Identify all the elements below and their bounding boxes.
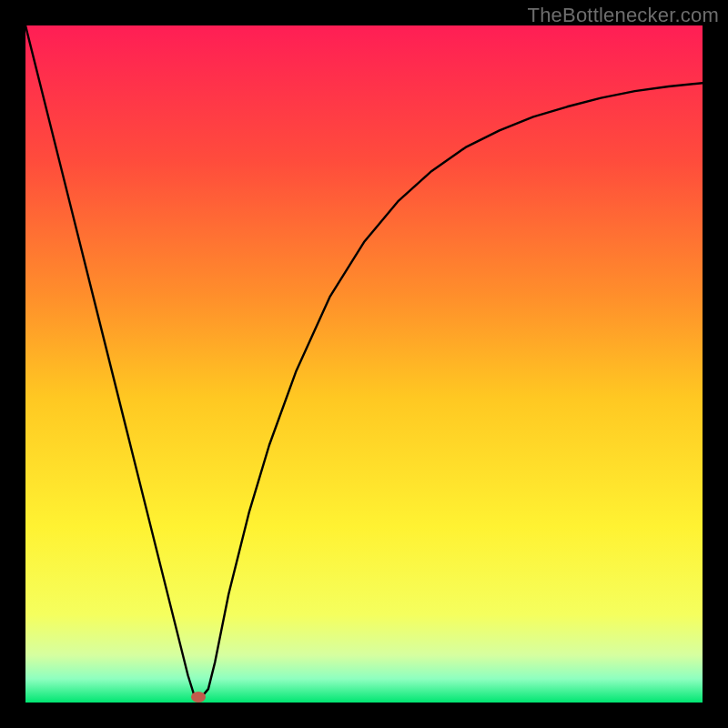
watermark: TheBottleneсker.com: [528, 4, 719, 27]
chart-background: [25, 25, 703, 703]
chart-frame: [25, 25, 703, 703]
bottleneck-chart: [25, 25, 703, 703]
marker-dot: [191, 692, 206, 703]
